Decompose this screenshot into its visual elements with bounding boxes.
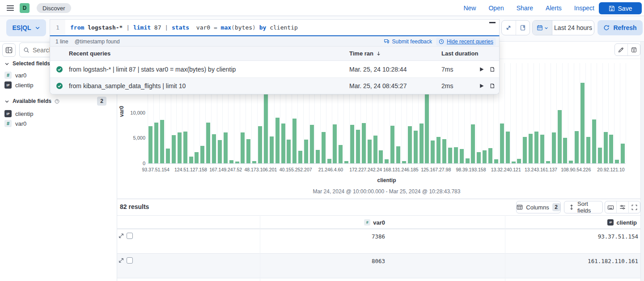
columns-count-badge: 2 xyxy=(552,203,560,211)
bar-slot[interactable] xyxy=(516,63,522,163)
bar xyxy=(592,119,596,163)
sort-fields-button[interactable]: Sort fields xyxy=(564,201,603,213)
expand-editor-button[interactable] xyxy=(502,21,516,35)
bar xyxy=(442,139,446,163)
x-tick-label: 93.37.51.154 xyxy=(138,167,173,172)
bar-slot[interactable] xyxy=(556,63,562,163)
bar-slot[interactable] xyxy=(562,63,568,163)
available-fields-section-header[interactable]: Available fields 2 xyxy=(4,98,112,104)
bar-slot[interactable] xyxy=(602,63,608,163)
field-item-clientip[interactable]: IP clientip xyxy=(4,109,33,118)
x-tick-label: 13.32.240.121 xyxy=(488,167,523,172)
calendar-dropdown-button[interactable] xyxy=(533,21,552,35)
bar-slot[interactable] xyxy=(551,63,556,163)
breadcrumb[interactable]: Discover xyxy=(37,3,71,13)
save-visualization-button[interactable] xyxy=(627,44,640,55)
submit-feedback-link[interactable]: Submit feedback xyxy=(384,38,432,45)
available-fields-title: Available fields xyxy=(13,98,51,104)
bar-slot[interactable] xyxy=(534,63,539,163)
collapse-editor-handle[interactable] xyxy=(489,22,496,23)
share-button[interactable]: Share xyxy=(517,4,533,12)
bar-slot[interactable] xyxy=(522,63,528,163)
esql-query-editor[interactable]: 1 from logstash-* | limit 87 | stats var… xyxy=(50,19,500,36)
bar xyxy=(569,161,573,163)
query-language-button[interactable]: ES|QL xyxy=(6,19,46,36)
columns-button[interactable]: Columns 2 xyxy=(516,201,561,213)
discover-app-logo[interactable]: D xyxy=(20,3,30,13)
recent-query-row[interactable]: from kibana_sample_data_flights | limit … xyxy=(50,77,499,94)
copy-query-button[interactable] xyxy=(489,83,495,89)
time-range-display[interactable]: Last 24 hours xyxy=(552,21,594,35)
bar-slot[interactable] xyxy=(608,63,614,163)
number-field-icon: # xyxy=(364,219,370,226)
bar-slot[interactable] xyxy=(597,63,602,163)
select-row-checkbox[interactable] xyxy=(127,233,133,239)
bar xyxy=(454,147,458,163)
copy-query-button[interactable] xyxy=(489,66,495,72)
esql-docs-button[interactable] xyxy=(516,21,530,35)
chevron-down-icon xyxy=(35,25,40,30)
x-axis-title: clientip xyxy=(148,177,626,183)
hamburger-menu-icon[interactable] xyxy=(6,4,15,12)
x-tick-label: 124.51.127.158 xyxy=(173,167,208,172)
ip-field-icon: IP xyxy=(4,81,12,89)
edit-visualization-button[interactable] xyxy=(615,44,627,55)
bar-slot[interactable] xyxy=(568,63,574,163)
collapse-sidebar-button[interactable] xyxy=(2,43,16,57)
help-icon[interactable] xyxy=(55,99,59,104)
fullscreen-button[interactable] xyxy=(628,201,640,213)
time-ran-sort-header[interactable]: Time ran xyxy=(349,50,441,57)
expand-document-button[interactable] xyxy=(118,233,125,240)
bar-slot[interactable] xyxy=(510,63,516,163)
new-button[interactable]: New xyxy=(463,4,476,12)
column-header-clientip[interactable]: IP clientip xyxy=(607,216,637,229)
bar-slot[interactable] xyxy=(539,63,545,163)
field-item-var0[interactable]: # var0 xyxy=(4,71,26,80)
query-token: var0 xyxy=(189,24,214,31)
recent-query-row[interactable]: from logstash-* | limit 87 | stats var0 … xyxy=(50,61,499,77)
bar-slot[interactable] xyxy=(620,63,626,163)
bar xyxy=(379,150,383,163)
alerts-button[interactable]: Alerts xyxy=(546,4,562,12)
display-options-button[interactable] xyxy=(616,201,628,213)
save-button[interactable]: Save xyxy=(599,2,642,14)
query-token: max xyxy=(221,24,231,31)
expand-document-button[interactable] xyxy=(118,257,125,264)
bar xyxy=(373,136,377,163)
run-query-button[interactable] xyxy=(479,67,484,72)
bar xyxy=(604,132,608,163)
keyboard-shortcuts-button[interactable] xyxy=(605,201,616,213)
bar-slot[interactable] xyxy=(614,63,620,163)
bar-slot[interactable] xyxy=(528,63,534,163)
inspect-button[interactable]: Inspect xyxy=(574,4,594,12)
sort-icon xyxy=(569,204,574,210)
vertical-scrollbar[interactable] xyxy=(640,42,644,281)
query-token: ) xyxy=(252,24,256,31)
field-item-var0[interactable]: # var0 xyxy=(4,119,26,128)
hide-recent-queries-link[interactable]: Hide recent queries xyxy=(436,38,496,46)
bar-slot[interactable] xyxy=(499,63,504,163)
select-row-checkbox[interactable] xyxy=(127,257,133,264)
bar-slot[interactable] xyxy=(580,63,585,163)
bar xyxy=(281,123,285,163)
selected-fields-section-header[interactable]: Selected fields xyxy=(4,60,50,67)
bar-slot[interactable] xyxy=(585,63,591,163)
field-item-clientip[interactable]: IP clientip xyxy=(4,81,33,89)
bar xyxy=(425,94,429,163)
bar xyxy=(466,158,470,163)
time-picker: Last 24 hours xyxy=(532,20,594,35)
bar-slot[interactable] xyxy=(574,63,580,163)
bar-slot[interactable] xyxy=(545,63,551,163)
bar xyxy=(471,124,475,163)
open-button[interactable]: Open xyxy=(488,4,504,12)
run-query-button[interactable] xyxy=(479,83,484,89)
bar-slot[interactable] xyxy=(504,63,510,163)
column-header-var0[interactable]: # var0 xyxy=(364,216,385,229)
bar-slot[interactable] xyxy=(591,63,597,163)
bar xyxy=(183,132,187,163)
bar xyxy=(529,134,533,163)
refresh-button[interactable]: Refresh xyxy=(597,20,643,35)
line-count-label: 1 line xyxy=(55,38,68,45)
bar xyxy=(517,159,521,163)
query-token: stats xyxy=(172,24,189,31)
